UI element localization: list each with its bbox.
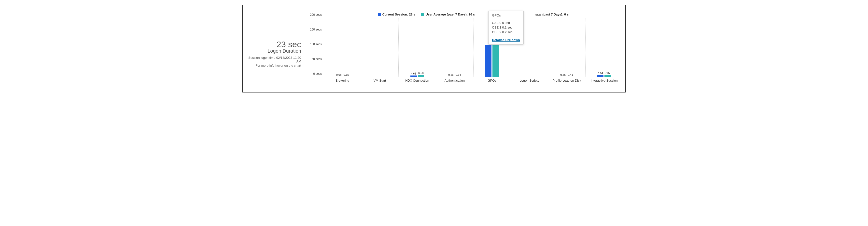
- x-label-hdx: HDX Connection: [399, 77, 436, 82]
- gpo-tooltip: GPOs CSE 0 0 sec CSE 1 0.1 sec CSE 2 0.2…: [488, 11, 523, 45]
- bar-label: 6.58: [418, 72, 424, 75]
- x-label-interactive: Interactive Session: [586, 77, 623, 82]
- x-label-gpos: GPOs: [473, 77, 510, 82]
- tooltip-row-0: CSE 0 0 sec: [492, 21, 520, 25]
- legend-third-partial[interactable]: rage (past 7 Days): 0 s: [535, 12, 568, 16]
- bars-profile: 0.56 0.41: [560, 77, 574, 77]
- session-logon-time: Session logon time 02/14/2023 11:20 AM: [245, 56, 301, 63]
- bar-profile-current[interactable]: 0.56: [560, 77, 566, 77]
- x-label-brokering: Brokering: [324, 77, 361, 82]
- y-tick-150: 150 secs: [310, 28, 322, 31]
- logon-duration-label: Logon Duration: [245, 48, 301, 54]
- legend-swatch-teal: [421, 13, 424, 16]
- bar-gpos-current[interactable]: [485, 45, 492, 77]
- bar-label: 0.08: [336, 73, 341, 76]
- bar-label: 0.41: [568, 73, 573, 76]
- bars-gpos: [485, 45, 499, 77]
- bar-label: 0.66: [448, 73, 454, 76]
- x-label-auth: Authentication: [436, 77, 473, 82]
- legend-user-average[interactable]: User Average (past 7 Days): 26 s: [421, 12, 475, 16]
- category-vm-start[interactable]: [361, 18, 399, 77]
- x-axis: Brokering VM Start HDX Connection Authen…: [324, 77, 623, 82]
- category-profile-load[interactable]: 0.56 0.41: [548, 18, 586, 77]
- legend-third-label: rage (past 7 Days): 0 s: [535, 12, 568, 16]
- legend-swatch-blue: [378, 13, 381, 16]
- category-authentication[interactable]: 0.66 0.34: [436, 18, 473, 77]
- x-label-profile: Profile Load on Disk: [548, 77, 586, 82]
- category-interactive-session[interactable]: 6.04 7.07: [586, 18, 623, 77]
- x-label-vm-start: VM Start: [361, 77, 398, 82]
- category-hdx-connection[interactable]: 4.65 6.58: [399, 18, 436, 77]
- bar-auth-current[interactable]: 0.66: [448, 77, 454, 77]
- bars-interactive: 6.04 7.07: [597, 75, 611, 77]
- bar-label: 0.56: [560, 73, 566, 76]
- bar-hdx-current[interactable]: 4.65: [410, 76, 417, 77]
- chart-area: Current Session: 23 s User Average (past…: [304, 12, 623, 82]
- legend-user-avg-label: User Average (past 7 Days): 26 s: [426, 12, 475, 16]
- chart-legend: Current Session: 23 s User Average (past…: [304, 12, 623, 16]
- y-tick-50: 50 secs: [312, 57, 322, 61]
- tooltip-row-2: CSE 2 0.2 sec: [492, 30, 520, 34]
- y-tick-200: 200 secs: [310, 13, 322, 17]
- bars-hdx: 4.65 6.58: [410, 75, 424, 77]
- bar-brokering-avg[interactable]: 0.15: [343, 77, 349, 77]
- bars-brokering: 0.08 0.15: [336, 77, 349, 77]
- tooltip-row-1: CSE 1 0.1 sec: [492, 26, 520, 29]
- hover-hint: For more info hover on the chart: [245, 64, 301, 67]
- bar-interactive-current[interactable]: 6.04: [597, 75, 603, 77]
- bar-auth-avg[interactable]: 0.34: [455, 77, 462, 77]
- legend-current-session[interactable]: Current Session: 23 s: [378, 12, 415, 16]
- y-tick-0: 0 secs: [313, 72, 322, 76]
- bars-auth: 0.66 0.34: [448, 77, 462, 77]
- y-axis: 0 secs 50 secs 100 secs 150 secs 200 sec…: [304, 18, 324, 77]
- category-brokering[interactable]: 0.08 0.15: [324, 18, 361, 77]
- y-tick-100: 100 secs: [310, 43, 322, 46]
- bar-label: 0.15: [344, 73, 349, 76]
- plot[interactable]: 0.08 0.15 4.65: [324, 18, 623, 77]
- logon-duration-panel: 23 sec Logon Duration Session logon time…: [242, 5, 626, 92]
- x-label-logon-scripts: Logon Scripts: [510, 77, 548, 82]
- bar-label: 0.34: [456, 73, 461, 76]
- bar-hdx-avg[interactable]: 6.58: [418, 75, 424, 77]
- bar-gpos-avg[interactable]: [492, 45, 499, 77]
- summary-panel: 23 sec Logon Duration Session logon time…: [245, 12, 304, 82]
- bar-label: 6.04: [598, 72, 603, 75]
- plot-wrap: 0 secs 50 secs 100 secs 150 secs 200 sec…: [304, 18, 623, 77]
- bar-brokering-current[interactable]: 0.08: [336, 77, 342, 77]
- tooltip-title: GPOs: [492, 13, 520, 19]
- bar-label: 4.65: [411, 72, 416, 75]
- tooltip-drilldown-link[interactable]: Detailed Drilldown: [492, 36, 520, 42]
- bar-interactive-avg[interactable]: 7.07: [604, 75, 611, 77]
- legend-current-label: Current Session: 23 s: [382, 12, 415, 16]
- bar-label: 7.07: [605, 72, 610, 75]
- bar-profile-avg[interactable]: 0.41: [567, 77, 574, 77]
- logon-duration-value: 23 sec: [245, 39, 301, 49]
